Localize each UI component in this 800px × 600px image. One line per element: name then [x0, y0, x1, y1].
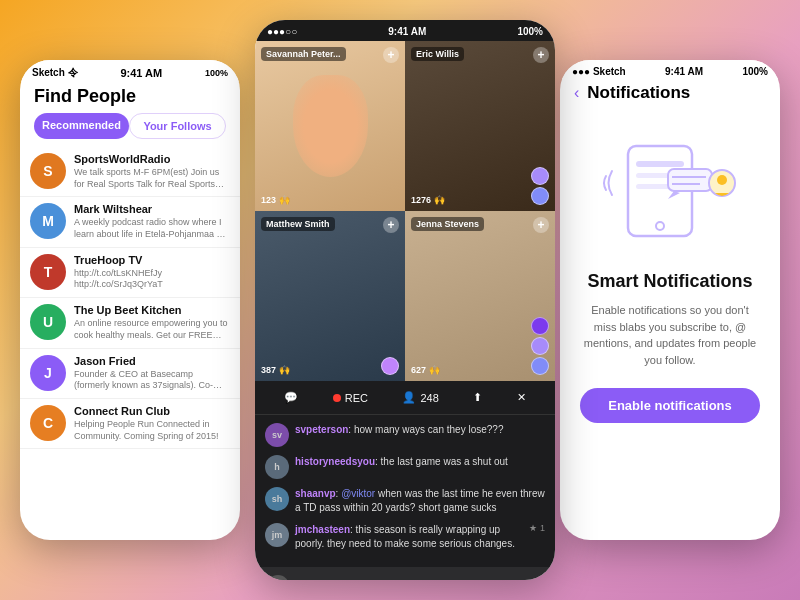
video-label-jenna: Jenna Stevens [411, 217, 484, 231]
avatar: J [30, 355, 66, 391]
viewer-avatars-eric [531, 167, 549, 205]
add-button-jenna[interactable]: + [533, 217, 549, 233]
time-left: 9:41 AM [120, 67, 162, 79]
person-desc: An online resource empowering you to coo… [74, 318, 230, 341]
chat-text: historyneedsyou: the last game was a shu… [295, 455, 545, 469]
mini-avatar [531, 317, 549, 335]
time-center: 9:41 AM [388, 26, 426, 37]
list-item[interactable]: T TrueHoop TV http://t.co/tLsKNHEfJy htt… [20, 248, 240, 298]
person-name: The Up Beet Kitchen [74, 304, 230, 316]
signal-center: ●●●○○ [267, 26, 297, 37]
tabs-left: Recommended Your Follows [20, 113, 240, 139]
svg-point-4 [656, 222, 664, 230]
list-item[interactable]: C Connect Run Club Helping People Run Co… [20, 399, 240, 449]
enable-notifications-button[interactable]: Enable notifications [580, 388, 760, 423]
notification-heading: Smart Notifications [580, 271, 760, 292]
video-cell-jenna: Jenna Stevens + 627 🙌 [405, 211, 555, 381]
person-info: Mark Wiltshear A weekly podcast radio sh… [74, 203, 230, 240]
phone-notifications: ●●● Sketch 9:41 AM 100% ‹ Notifications [560, 60, 780, 540]
avatar: C [30, 405, 66, 441]
rec-dot-icon [333, 394, 341, 402]
rec-control[interactable]: REC [333, 392, 368, 404]
username: jmchasteen [295, 524, 350, 535]
person-name: SportsWorldRadio [74, 153, 230, 165]
tab-recommended[interactable]: Recommended [34, 113, 129, 139]
time-right: 9:41 AM [665, 66, 703, 77]
person-name: TrueHoop TV [74, 254, 230, 266]
close-icon: ✕ [517, 391, 526, 404]
mini-avatar [381, 357, 399, 375]
add-button-eric[interactable]: + [533, 47, 549, 63]
video-cell-savannah: Savannah Peter... + 123 🙌 [255, 41, 405, 211]
avatar: jm [265, 523, 289, 547]
battery-right: 100% [742, 66, 768, 77]
viewer-count: 248 [420, 392, 438, 404]
person-name: Connect Run Club [74, 405, 230, 417]
avatar: U [30, 304, 66, 340]
chat-text: svpeterson: how many ways can they lose?… [295, 423, 545, 437]
chat-icon: 💬 [284, 391, 298, 404]
tab-your-follows[interactable]: Your Follows [129, 113, 226, 139]
chat-message: h historyneedsyou: the last game was a s… [265, 455, 545, 479]
list-item[interactable]: S SportsWorldRadio We talk sports M-F 6P… [20, 147, 240, 197]
svg-rect-5 [668, 169, 712, 191]
person-info: SportsWorldRadio We talk sports M-F 6PM(… [74, 153, 230, 190]
star-count: ★ 1 [529, 523, 545, 533]
status-bar-left: Sketch 令 9:41 AM 100% [20, 60, 240, 82]
back-button[interactable]: ‹ [574, 84, 579, 102]
chat-area: sv svpeterson: how many ways can they lo… [255, 415, 555, 567]
username: historyneedsyou [295, 456, 375, 467]
view-count-jenna: 627 🙌 [411, 365, 440, 375]
list-item[interactable]: M Mark Wiltshear A weekly podcast radio … [20, 197, 240, 247]
nav-bar-right: ‹ Notifications [560, 79, 780, 111]
notification-svg [600, 131, 740, 251]
add-button-matthew[interactable]: + [383, 217, 399, 233]
mention: @viktor [341, 488, 375, 499]
svg-rect-1 [636, 161, 684, 167]
mini-avatar [531, 337, 549, 355]
status-bar-right: ●●● Sketch 9:41 AM 100% [560, 60, 780, 79]
viewer-avatars-jenna [531, 317, 549, 375]
battery-left: 100% [205, 68, 228, 78]
phones-container: Sketch 令 9:41 AM 100% Find People Recomm… [10, 10, 790, 590]
chat-message: jm jmchasteen: this season is really wra… [265, 523, 545, 551]
video-cell-eric: Eric Willis + 1276 🙌 [405, 41, 555, 211]
view-count-matthew: 387 🙌 [261, 365, 290, 375]
person-info: Jason Fried Founder & CEO at Basecamp (f… [74, 355, 230, 392]
avatar: M [30, 203, 66, 239]
avatar: sv [265, 423, 289, 447]
list-item[interactable]: J Jason Fried Founder & CEO at Basecamp … [20, 349, 240, 399]
person-name: Mark Wiltshear [74, 203, 230, 215]
notification-description: Enable notifications so you don't miss b… [580, 302, 760, 368]
video-label-matthew: Matthew Smith [261, 217, 335, 231]
phone-video-stream: ●●●○○ 9:41 AM 100% Savannah Peter... + 1… [255, 20, 555, 580]
viewers-control[interactable]: 👤 248 [402, 391, 438, 404]
avatar: S [30, 153, 66, 189]
notification-content: Smart Notifications Enable notifications… [560, 261, 780, 433]
chat-input-bar[interactable]: Add your 2 cents… [255, 567, 555, 580]
page-title-left: Find People [20, 82, 240, 113]
person-desc: http://t.co/tLsKNHEfJy http://t.co/SrJq3… [74, 268, 230, 291]
video-label-eric: Eric Willis [411, 47, 464, 61]
mini-avatar [531, 187, 549, 205]
status-bar-center: ●●●○○ 9:41 AM 100% [255, 20, 555, 41]
close-control[interactable]: ✕ [517, 391, 526, 404]
chat-text: shaanvp: @viktor when was the last time … [295, 487, 545, 515]
username: shaanvp [295, 488, 336, 499]
username: svpeterson [295, 424, 348, 435]
share-icon: ⬆ [473, 391, 482, 404]
add-button-savannah[interactable]: + [383, 47, 399, 63]
user-avatar [267, 575, 289, 580]
chat-control[interactable]: 💬 [284, 391, 298, 404]
people-list: S SportsWorldRadio We talk sports M-F 6P… [20, 147, 240, 449]
list-item[interactable]: U The Up Beet Kitchen An online resource… [20, 298, 240, 348]
notification-illustration [560, 111, 780, 261]
nav-title: Notifications [587, 83, 690, 103]
viewer-avatars-matthew [381, 357, 399, 375]
share-control[interactable]: ⬆ [473, 391, 482, 404]
video-cell-matthew: Matthew Smith + 387 🙌 [255, 211, 405, 381]
chat-message: sh shaanvp: @viktor when was the last ti… [265, 487, 545, 515]
person-info: TrueHoop TV http://t.co/tLsKNHEfJy http:… [74, 254, 230, 291]
person-desc: Founder & CEO at Basecamp (formerly know… [74, 369, 230, 392]
person-name: Jason Fried [74, 355, 230, 367]
